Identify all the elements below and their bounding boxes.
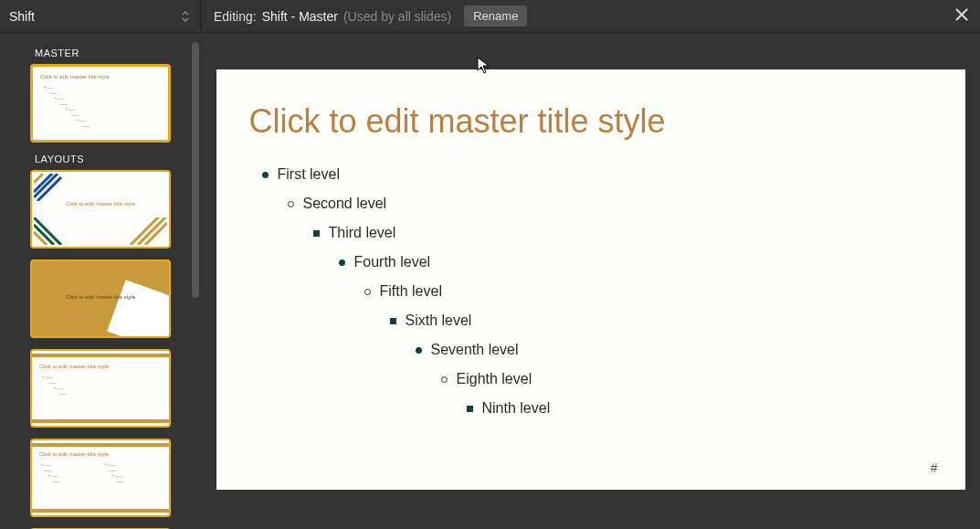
thumb-title: Click to edit master title style bbox=[32, 294, 169, 300]
thumb-title: Click to edit master title style bbox=[39, 364, 109, 369]
level-text: Eighth level bbox=[457, 371, 532, 387]
bullet-circle-icon bbox=[441, 376, 448, 383]
bullet-circle-icon bbox=[364, 289, 371, 295]
bullet-disc-icon bbox=[339, 259, 345, 266]
thumb-title: Click to edit master title style bbox=[40, 74, 110, 79]
chevron-up-down-icon bbox=[180, 9, 191, 24]
level-text: Seventh level bbox=[431, 342, 519, 358]
scrollbar[interactable] bbox=[192, 42, 199, 298]
editing-context: Shift - Master bbox=[262, 9, 338, 24]
thumb-title: Click to edit master title style bbox=[32, 201, 169, 206]
body-placeholder[interactable]: First level Second level Third level Fou… bbox=[249, 166, 933, 417]
bullet-circle-icon bbox=[288, 201, 294, 207]
layout-thumbnail-1[interactable]: Click to edit master title style bbox=[30, 170, 171, 249]
page-number-placeholder[interactable]: # bbox=[931, 460, 938, 475]
top-bar: Shift Editing: Shift - Master (Used by a… bbox=[0, 0, 980, 33]
layouts-section-label: LAYOUTS bbox=[35, 153, 195, 164]
editing-label: Editing: bbox=[214, 9, 257, 24]
sidebar: MASTER Click to edit master title style … bbox=[0, 33, 201, 529]
close-button[interactable] bbox=[943, 0, 980, 33]
layout-thumbnail-2[interactable]: Click to edit master title style bbox=[30, 259, 171, 338]
layout-thumbnail-4[interactable]: Click to edit master title style • —— ——… bbox=[30, 439, 171, 517]
level-text: Ninth level bbox=[482, 400, 551, 417]
level-text: Fourth level bbox=[354, 254, 431, 270]
layout-thumbnail-3[interactable]: Click to edit master title style • —— ——… bbox=[30, 349, 171, 428]
level-text: First level bbox=[278, 166, 340, 183]
bullet-square-icon bbox=[467, 406, 473, 412]
master-section-label: MASTER bbox=[35, 48, 195, 58]
level-text: Third level bbox=[329, 225, 396, 241]
theme-name: Shift bbox=[9, 9, 35, 24]
canvas-area: Click to edit master title style First l… bbox=[201, 33, 980, 529]
master-thumbnail[interactable]: Click to edit master title style • —— ——… bbox=[30, 64, 171, 143]
thumb-title: Click to edit master title style bbox=[39, 451, 109, 457]
bullet-square-icon bbox=[390, 318, 396, 324]
level-text: Sixth level bbox=[406, 312, 472, 329]
bullet-square-icon bbox=[313, 230, 320, 237]
close-icon bbox=[954, 7, 969, 26]
bullet-disc-icon bbox=[262, 172, 269, 178]
bullet-disc-icon bbox=[416, 347, 422, 354]
level-text: Fifth level bbox=[380, 283, 442, 300]
slide-title-placeholder[interactable]: Click to edit master title style bbox=[249, 102, 933, 141]
master-slide[interactable]: Click to edit master title style First l… bbox=[216, 69, 965, 490]
rename-button[interactable]: Rename bbox=[464, 5, 527, 26]
theme-selector[interactable]: Shift bbox=[0, 0, 201, 32]
editing-note: (Used by all slides) bbox=[343, 9, 451, 24]
level-text: Second level bbox=[303, 196, 387, 212]
editing-info: Editing: Shift - Master (Used by all sli… bbox=[201, 5, 943, 26]
